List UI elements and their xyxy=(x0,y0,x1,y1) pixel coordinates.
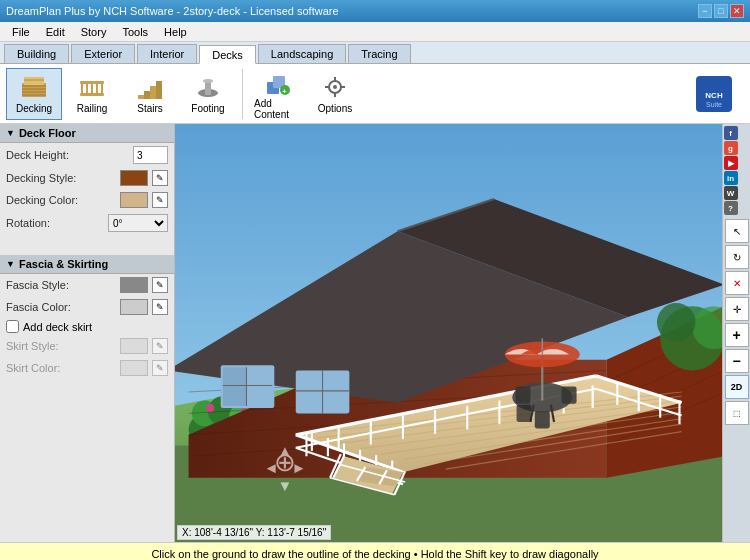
toolbar-footing[interactable]: Footing xyxy=(180,68,236,120)
footing-icon xyxy=(194,73,222,101)
fascia-style-edit[interactable]: ✎ xyxy=(152,277,168,293)
website-icon[interactable]: W xyxy=(724,186,738,200)
maximize-button[interactable]: □ xyxy=(714,4,728,18)
decking-color-row: Decking Color: ✎ xyxy=(0,189,174,211)
decking-style-edit[interactable]: ✎ xyxy=(152,170,168,186)
rotation-select[interactable]: 0° 90° 180° 270° xyxy=(108,214,168,232)
tab-exterior[interactable]: Exterior xyxy=(71,44,135,63)
menu-file[interactable]: File xyxy=(4,24,38,40)
svg-rect-10 xyxy=(86,81,88,96)
toolbar-options[interactable]: Options xyxy=(307,68,363,120)
tab-landscaping[interactable]: Landscaping xyxy=(258,44,346,63)
skirt-style-swatch xyxy=(120,338,148,354)
svg-point-20 xyxy=(203,79,213,83)
cursor-tool-button[interactable]: ↖ xyxy=(725,219,749,243)
toolbar-railing[interactable]: Railing xyxy=(64,68,120,120)
facebook-icon[interactable]: f xyxy=(724,126,738,140)
add-deck-skirt-label: Add deck skirt xyxy=(23,321,92,333)
toolbar-sep xyxy=(242,69,243,119)
fascia-collapse-icon[interactable]: ▼ xyxy=(6,259,15,269)
svg-rect-113 xyxy=(562,387,577,404)
titlebar: DreamPlan Plus by NCH Software - 2story-… xyxy=(0,0,750,22)
toolbar-add-content[interactable]: + Add Content xyxy=(249,68,305,120)
svg-text:▲: ▲ xyxy=(278,442,293,459)
deck-floor-section-header[interactable]: ▼ Deck Floor xyxy=(0,124,174,143)
svg-point-121 xyxy=(657,303,696,342)
footing-label: Footing xyxy=(191,103,224,114)
2d-view-button[interactable]: 2D xyxy=(725,375,749,399)
add-deck-skirt-row: Add deck skirt xyxy=(0,318,174,335)
window-controls: − □ ✕ xyxy=(698,4,744,18)
svg-rect-19 xyxy=(205,81,211,95)
info-line-1: Click on the ground to draw the outline … xyxy=(151,548,598,560)
menu-edit[interactable]: Edit xyxy=(38,24,73,40)
stairs-label: Stairs xyxy=(137,103,163,114)
main-area: ▼ Deck Floor Deck Height: Decking Style:… xyxy=(0,124,750,542)
toolbar-stairs[interactable]: Stairs xyxy=(122,68,178,120)
decking-color-edit[interactable]: ✎ xyxy=(152,192,168,208)
svg-rect-17 xyxy=(156,81,162,99)
youtube-icon[interactable]: ▶ xyxy=(724,156,738,170)
nch-suite-button[interactable]: NCH Suite xyxy=(684,74,744,114)
fascia-color-row: Fascia Color: ✎ xyxy=(0,296,174,318)
deck-height-label: Deck Height: xyxy=(6,149,129,161)
help-icon[interactable]: ? xyxy=(724,201,738,215)
close-view-button[interactable]: ✕ xyxy=(725,271,749,295)
decking-style-label: Decking Style: xyxy=(6,172,116,184)
svg-text:NCH: NCH xyxy=(705,91,723,100)
menu-story[interactable]: Story xyxy=(73,24,115,40)
svg-text:◄: ◄ xyxy=(264,459,279,476)
google-plus-icon[interactable]: g xyxy=(724,141,738,155)
add-deck-skirt-checkbox[interactable] xyxy=(6,320,19,333)
skirt-style-row: Skirt Style: ✎ xyxy=(0,335,174,357)
svg-rect-13 xyxy=(101,81,103,96)
fascia-title: Fascia & Skirting xyxy=(19,258,108,270)
toolbar-decking[interactable]: Decking xyxy=(6,68,62,120)
zoom-in-button[interactable]: + xyxy=(725,323,749,347)
menu-help[interactable]: Help xyxy=(156,24,195,40)
minimize-button[interactable]: − xyxy=(698,4,712,18)
skirt-style-label: Skirt Style: xyxy=(6,340,116,352)
svg-rect-5 xyxy=(24,77,44,85)
deck-height-input[interactable] xyxy=(133,146,168,164)
skirt-color-label: Skirt Color: xyxy=(6,362,116,374)
railing-label: Railing xyxy=(77,103,108,114)
fascia-color-edit[interactable]: ✎ xyxy=(152,299,168,315)
svg-text:►: ► xyxy=(292,459,307,476)
zoom-out-button[interactable]: − xyxy=(725,349,749,373)
fascia-color-swatch xyxy=(120,299,148,315)
svg-text:Suite: Suite xyxy=(706,101,722,108)
collapse-icon[interactable]: ▼ xyxy=(6,128,15,138)
tab-tracing[interactable]: Tracing xyxy=(348,44,410,63)
skirt-color-edit: ✎ xyxy=(152,360,168,376)
fascia-section-header[interactable]: ▼ Fascia & Skirting xyxy=(0,255,174,274)
rotate-view-button[interactable]: ↻ xyxy=(725,245,749,269)
svg-text:+: + xyxy=(282,87,287,96)
svg-rect-112 xyxy=(515,387,530,404)
decking-color-label: Decking Color: xyxy=(6,194,116,206)
svg-point-41 xyxy=(206,404,215,413)
tab-interior[interactable]: Interior xyxy=(137,44,197,63)
pan-view-button[interactable]: ✛ xyxy=(725,297,749,321)
skirt-style-edit: ✎ xyxy=(152,338,168,354)
3d-iso-button[interactable]: ⬚ xyxy=(725,401,749,425)
decking-color-swatch xyxy=(120,192,148,208)
right-toolbar: f g ▶ in W ? ↖ ↻ ✕ ✛ + − 2D ⬚ xyxy=(722,124,750,542)
infobar: Click on the ground to draw the outline … xyxy=(0,542,750,560)
tab-building[interactable]: Building xyxy=(4,44,69,63)
rotation-label: Rotation: xyxy=(6,217,104,229)
viewport[interactable]: ⊕ ▲ ▼ ◄ ► X: 108'-4 13/16" Y: 113'-7 15/… xyxy=(175,124,722,542)
decking-icon xyxy=(20,73,48,101)
options-icon xyxy=(321,73,349,101)
linkedin-icon[interactable]: in xyxy=(724,171,738,185)
close-button[interactable]: ✕ xyxy=(730,4,744,18)
svg-rect-11 xyxy=(91,81,93,96)
svg-rect-15 xyxy=(144,91,150,99)
app-title: DreamPlan Plus by NCH Software - 2story-… xyxy=(6,5,339,17)
svg-text:▼: ▼ xyxy=(278,477,293,494)
menu-tools[interactable]: Tools xyxy=(114,24,156,40)
add-content-label: Add Content xyxy=(254,98,300,120)
stairs-icon xyxy=(136,73,164,101)
tab-decks[interactable]: Decks xyxy=(199,45,256,64)
svg-rect-59 xyxy=(249,367,273,406)
